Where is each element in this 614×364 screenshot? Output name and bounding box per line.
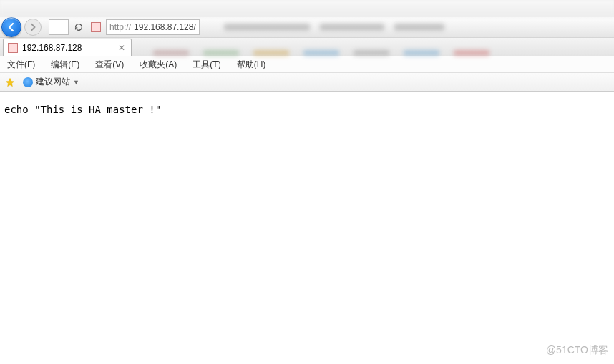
menu-favorites[interactable]: 收藏夹(A) [137, 57, 180, 72]
blurred-background-items [132, 50, 489, 56]
address-input-small[interactable] [49, 19, 69, 35]
blurred-background-tabs [203, 20, 613, 34]
favorites-bar: 建议网站 ▼ [0, 73, 614, 92]
menu-edit[interactable]: 编辑(E) [48, 57, 82, 72]
menu-file[interactable]: 文件(F) [4, 57, 38, 72]
forward-button[interactable] [24, 19, 42, 36]
add-favorite-button[interactable] [4, 77, 16, 88]
page-icon [8, 43, 18, 53]
refresh-icon [74, 22, 84, 32]
window-title-bar [0, 0, 614, 17]
menu-tools[interactable]: 工具(T) [190, 57, 223, 72]
ie-icon [23, 77, 33, 87]
arrow-left-icon [6, 22, 16, 32]
watermark: @51CTO博客 [546, 344, 608, 357]
url-host: 192.168.87.128/ [134, 22, 196, 32]
tab-title: 192.168.87.128 [22, 43, 82, 53]
page-body-text: echo "This is HA master !" [0, 92, 614, 127]
tab-close-button[interactable]: ✕ [117, 43, 127, 53]
arrow-right-icon [29, 23, 37, 31]
refresh-button[interactable] [72, 20, 86, 34]
star-icon [5, 77, 15, 87]
menu-bar: 文件(F) 编辑(E) 查看(V) 收藏夹(A) 工具(T) 帮助(H) [0, 56, 614, 73]
tab-strip: 192.168.87.128 ✕ [0, 37, 614, 56]
browser-tab[interactable]: 192.168.87.128 ✕ [3, 39, 132, 56]
navigation-toolbar: http://192.168.87.128/ [0, 17, 614, 37]
url-protocol: http:// [109, 22, 131, 32]
menu-view[interactable]: 查看(V) [92, 57, 127, 72]
back-button[interactable] [1, 17, 21, 37]
suggested-sites-label: 建议网站 [36, 76, 70, 88]
chevron-down-icon: ▼ [73, 79, 79, 86]
menu-help[interactable]: 帮助(H) [234, 57, 269, 72]
suggested-sites-link[interactable]: 建议网站 ▼ [20, 74, 82, 89]
compat-view-button[interactable] [89, 20, 103, 34]
address-bar[interactable]: http://192.168.87.128/ [106, 19, 200, 35]
broken-page-icon [91, 22, 101, 32]
